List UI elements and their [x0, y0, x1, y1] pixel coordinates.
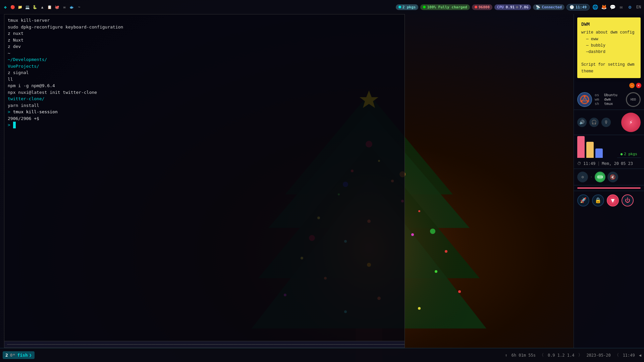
- svg-rect-38: [600, 177, 600, 177]
- speaker-icon[interactable]: 🔊: [577, 118, 587, 127]
- audio-row: 🔊 🎧 🎙 ⚡: [574, 110, 644, 135]
- app-icon-3[interactable]: 💻: [24, 4, 31, 10]
- volume-bars: ● 2 pkgs: [574, 135, 644, 159]
- tmux-window-active[interactable]: 2 0* fish ❯: [3, 351, 35, 359]
- signal-icon[interactable]: ✉: [618, 4, 625, 10]
- separator: |: [597, 161, 600, 166]
- terminal-line: 2906/2906 +$: [8, 115, 401, 122]
- terminal-line: z dev: [8, 43, 401, 50]
- terminal-line: twitter-clone/: [8, 96, 401, 102]
- vol-bar-3: [595, 148, 603, 158]
- terminal-window: tmux kill-server sudo dpkg-reconfigure k…: [4, 14, 405, 348]
- pkgs-label: 2 pkgs: [402, 5, 416, 9]
- app-icon-4[interactable]: 🐍: [32, 4, 38, 10]
- volume-track[interactable]: [577, 187, 641, 189]
- kbd-icon[interactable]: EN: [635, 4, 642, 10]
- cpu-icon-btn[interactable]: ⚙: [577, 172, 588, 182]
- svg-point-34: [580, 100, 582, 102]
- power-button[interactable]: ⏻: [622, 194, 634, 206]
- ubuntu-logo: [577, 92, 592, 107]
- sticky-line-2: — eww: [581, 36, 637, 43]
- tmux-win-num: 2: [5, 353, 8, 358]
- network-icon: 📡: [536, 5, 540, 9]
- volume-slider-row[interactable]: [574, 185, 644, 191]
- app-icon-6[interactable]: 📋: [46, 4, 53, 10]
- pkgs-dot: [398, 6, 401, 8]
- pkgs-badge: ● 2 pkgs: [617, 150, 641, 158]
- battery-pill: 100% Fully charged: [420, 4, 470, 10]
- sticky-spacer: [581, 55, 637, 62]
- sh-key: sh: [595, 102, 602, 106]
- app-icon-2[interactable]: 📁: [17, 4, 23, 10]
- sys-sh-row: sh tmux: [595, 102, 623, 106]
- workspace-list: ❖ 🔴 📁 💻 🐍 ▲ 📋 🐙 ✉ 🐟 ~: [2, 4, 83, 10]
- clock-icon: ⏱: [577, 161, 581, 166]
- cpu-val: 0.91: [506, 5, 515, 9]
- tmux-uptime: 6h 01m 55s: [512, 353, 536, 358]
- sticky-line-1: write about dwm config: [581, 29, 637, 36]
- volume-mute-btn[interactable]: 🔇: [607, 172, 618, 182]
- tmux-right: ↑ 6h 01m 55s 〈 0.9 1.2 1.4 〉 2023-05-20 …: [505, 352, 641, 358]
- ff-icon[interactable]: 🦊: [600, 4, 607, 10]
- app-icon-7[interactable]: 🐙: [54, 4, 60, 10]
- headphone-icon[interactable]: 🎧: [589, 118, 599, 127]
- battery-dot: [423, 6, 426, 8]
- app-icon-1[interactable]: 🔴: [9, 4, 16, 10]
- tmux-time-arrow: 〈: [615, 352, 619, 358]
- terminal-line: > tmux kill-session: [8, 109, 401, 115]
- dwm-icon: ❖: [2, 4, 9, 10]
- os-key: os: [595, 93, 602, 97]
- terminal-line: npx nuxi@latest init twitter-clone: [8, 89, 401, 96]
- time-label: 11:49: [576, 5, 587, 9]
- statusbar-text: ────────────────────────────────────────…: [7, 342, 405, 347]
- tmux-win-flags: 0*: [10, 353, 15, 358]
- app-icon-8[interactable]: ✉: [61, 4, 68, 10]
- close-button[interactable]: ✕: [636, 83, 641, 88]
- wifi-button[interactable]: ▼: [607, 194, 619, 206]
- mem-icon-btn[interactable]: [595, 172, 605, 182]
- mem-pill: 96800: [472, 4, 492, 10]
- action-row: 🚀 🔒 ▼ ⏻: [574, 191, 644, 210]
- chrome-icon[interactable]: 🌐: [592, 4, 598, 10]
- tmux-win-name: fish: [17, 353, 28, 358]
- wifi-icon: ▼: [611, 197, 615, 204]
- vol-bar-1: [577, 136, 585, 158]
- tmux-load: 0.9 1.2 1.4: [548, 353, 574, 358]
- tmux-load-arrow2: 〉: [578, 352, 582, 358]
- battery-label: 100% Fully charged: [427, 5, 467, 9]
- terminal-statusbar: ────────────────────────────────────────…: [4, 341, 405, 348]
- app-icon-9[interactable]: 🐟: [68, 4, 75, 10]
- time-row: ⏱ 11:49 | Mem, 20 05 23: [574, 159, 644, 169]
- network-label: Connected: [542, 5, 562, 9]
- hdd-label: HDD: [631, 98, 636, 101]
- topbar: ❖ 🔴 📁 💻 🐍 ▲ 📋 🐙 ✉ 🐟 ~ 2 pkgs 100% Fully …: [0, 0, 644, 14]
- svg-point-33: [584, 95, 586, 97]
- time-icon: 🕐: [570, 5, 574, 9]
- tmux-load-arrow: 〈: [540, 352, 544, 358]
- sys-wm-row: wm dwm: [595, 97, 623, 102]
- terminal-line: sudo dpkg-reconfigure keyboard-configura…: [8, 24, 401, 31]
- wm-key: wm: [595, 97, 602, 102]
- bottom-icons-row: ⚙ · 🔇: [574, 169, 644, 185]
- mic-icon[interactable]: 🎙: [601, 118, 611, 127]
- lock-button[interactable]: 🔒: [592, 194, 604, 206]
- sticky-line-5: Script for setting dwm: [581, 62, 637, 68]
- terminal-line: VueProjects/: [8, 63, 401, 70]
- audio-play-button[interactable]: ⚡: [621, 113, 641, 132]
- terminal-line: npm i -g npm@9.6.4: [8, 82, 401, 89]
- tmux-arrow-up: ↑: [505, 353, 507, 358]
- discord-icon[interactable]: 💬: [609, 4, 616, 10]
- terminal-prompt-line[interactable]: >: [8, 122, 401, 128]
- sticky-note: DWM write about dwm config — eww — bubbl…: [577, 17, 641, 78]
- mem-display: Mem, 20: [602, 161, 619, 166]
- cpu-label: CPU: [497, 5, 504, 9]
- sticky-line-3: — bubbly: [581, 43, 637, 49]
- separator-dot: ·: [590, 174, 593, 179]
- rocket-button[interactable]: 🚀: [577, 194, 589, 206]
- app-icon-5[interactable]: ▲: [39, 4, 46, 10]
- app-icon-10[interactable]: ~: [76, 4, 83, 10]
- cpu-freq: 7.8G: [520, 5, 529, 9]
- sticky-title: DWM: [581, 21, 637, 28]
- sys-icon[interactable]: ⚙: [627, 4, 633, 10]
- minimize-button[interactable]: –: [629, 83, 635, 88]
